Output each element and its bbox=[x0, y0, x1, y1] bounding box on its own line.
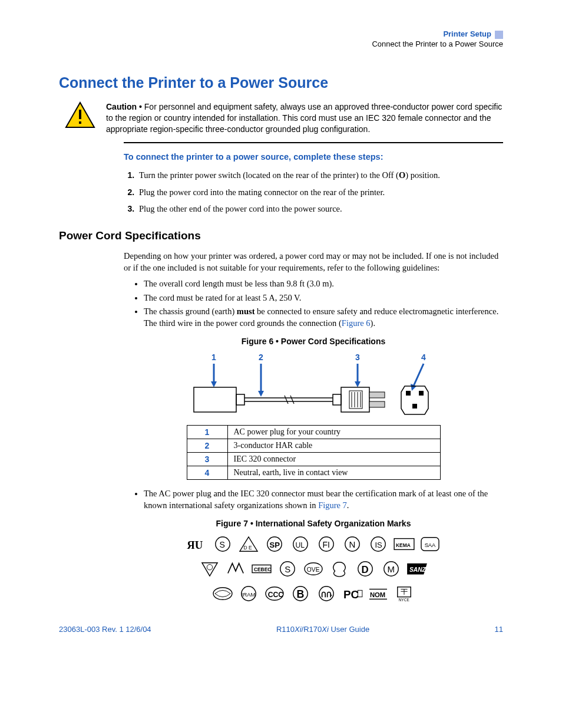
bullet-cord-rating: The cord must be rated for at least 5 A,… bbox=[144, 292, 503, 304]
table-row-num: 1 bbox=[187, 425, 227, 439]
safety-mark-icon: SAA bbox=[419, 535, 441, 553]
callout-4: 4 bbox=[421, 353, 426, 362]
step-3: Plug the other end of the power cord int… bbox=[137, 203, 503, 215]
safety-mark-icon: UL bbox=[289, 535, 312, 553]
svg-text:S: S bbox=[285, 564, 290, 574]
table-row-desc: Neutral, earth, live in contact view bbox=[227, 466, 440, 480]
steps-list: Turn the printer power switch (located o… bbox=[124, 170, 503, 215]
safety-mark-icon: D E bbox=[237, 535, 260, 553]
svg-marker-49 bbox=[202, 562, 217, 576]
caution-text: Caution • For personnel and equipment sa… bbox=[106, 101, 503, 135]
svg-line-9 bbox=[413, 364, 424, 387]
svg-text:CEBEC: CEBEC bbox=[254, 566, 271, 572]
svg-text:SP: SP bbox=[270, 540, 280, 549]
svg-rect-1 bbox=[79, 110, 81, 119]
safety-mark-icon: OVE bbox=[302, 560, 325, 578]
svg-line-15 bbox=[285, 396, 288, 404]
safety-marks-grid: ЯU S D E SP UL FI N IS KEMA SAA CEBEC S … bbox=[124, 534, 503, 604]
svg-marker-8 bbox=[355, 381, 361, 387]
caution-label: Caution • bbox=[106, 102, 144, 111]
svg-text:D E: D E bbox=[244, 545, 252, 551]
power-cord-diagram: 1 2 3 4 bbox=[187, 351, 440, 421]
svg-text:KEMA: KEMA bbox=[396, 542, 411, 548]
svg-text:B: B bbox=[296, 588, 304, 599]
safety-mark-icon bbox=[328, 560, 351, 578]
svg-point-63 bbox=[213, 587, 232, 599]
safety-mark-icon bbox=[211, 585, 234, 602]
safety-mark-icon: S bbox=[211, 535, 234, 553]
footer-page-number: 11 bbox=[495, 625, 503, 635]
safety-mark-icon: D bbox=[354, 560, 376, 578]
table-row-desc: 3-conductor HAR cable bbox=[227, 439, 440, 452]
table-row-num: 3 bbox=[187, 452, 227, 466]
safety-mark-icon: IRAM bbox=[237, 585, 260, 602]
divider bbox=[124, 142, 503, 143]
safety-mark-icon: S bbox=[276, 560, 299, 578]
bullet-ground: The chassis ground (earth) must be conne… bbox=[144, 306, 503, 329]
page-title: Connect the Printer to a Power Source bbox=[59, 73, 503, 93]
bullet-certification: The AC power plug and the IEC 320 connec… bbox=[144, 488, 503, 511]
svg-marker-26 bbox=[401, 386, 428, 414]
svg-rect-25 bbox=[369, 401, 385, 407]
table-row-desc: IEC 320 connector bbox=[227, 452, 440, 466]
safety-mark-icon: CEBEC bbox=[250, 560, 273, 578]
step-2: Plug the power cord into the mating conn… bbox=[137, 187, 503, 198]
svg-line-16 bbox=[290, 396, 294, 404]
callout-2: 2 bbox=[259, 353, 263, 362]
safety-mark-icon: N bbox=[341, 535, 363, 553]
svg-rect-12 bbox=[236, 394, 244, 405]
svg-text:D: D bbox=[361, 564, 368, 575]
svg-text:NOM: NOM bbox=[370, 591, 385, 598]
figure-6-caption: Figure 6 • Power Cord Specifications bbox=[124, 336, 503, 347]
safety-mark-icon: FI bbox=[315, 535, 338, 553]
svg-text:OVE: OVE bbox=[307, 566, 320, 572]
callout-3: 3 bbox=[355, 353, 360, 362]
svg-rect-27 bbox=[406, 391, 411, 396]
svg-rect-24 bbox=[369, 392, 385, 398]
svg-text:FI: FI bbox=[322, 539, 329, 549]
svg-text:N: N bbox=[349, 539, 355, 549]
safety-mark-icon: ՈՌ bbox=[315, 585, 338, 602]
safety-mark-icon: M bbox=[380, 560, 402, 578]
svg-text:SANZ: SANZ bbox=[409, 566, 426, 572]
figure-7-link[interactable]: Figure 7 bbox=[318, 500, 347, 510]
header-marker bbox=[495, 31, 503, 39]
table-row-desc: AC power plug for your country bbox=[227, 425, 440, 439]
figure-6-table: 1AC power plug for your country 23-condu… bbox=[187, 425, 441, 480]
safety-mark-icon: IS bbox=[367, 535, 389, 553]
svg-text:M: M bbox=[387, 564, 395, 574]
safety-mark-icon: CCC bbox=[263, 585, 286, 602]
caution-block: Caution • For personnel and equipment sa… bbox=[65, 101, 503, 135]
safety-mark-icon: KEMA bbox=[393, 535, 415, 553]
table-row-num: 4 bbox=[187, 466, 227, 480]
steps-heading: To connect the printer to a power source… bbox=[124, 151, 503, 163]
footer-guide-name: R110Xi/R170Xi User Guide bbox=[276, 625, 369, 635]
callout-1: 1 bbox=[211, 353, 216, 362]
svg-rect-11 bbox=[194, 387, 236, 412]
safety-mark-icon: SANZ bbox=[406, 560, 428, 578]
svg-text:ЯU: ЯU bbox=[187, 538, 204, 551]
caution-triangle-icon bbox=[65, 101, 95, 129]
safety-mark-icon: SP bbox=[263, 535, 286, 553]
safety-mark-icon bbox=[199, 560, 221, 578]
svg-rect-29 bbox=[412, 404, 417, 409]
header-section: Connect the Printer to a Power Source bbox=[372, 39, 503, 48]
safety-mark-icon: PC bbox=[341, 585, 363, 602]
safety-mark-icon: NOM bbox=[367, 585, 389, 602]
page-header: Printer Setup Connect the Printer to a P… bbox=[59, 29, 503, 50]
subsection-title: Power Cord Specifications bbox=[59, 229, 503, 243]
safety-mark-icon: NYCE bbox=[393, 585, 415, 602]
svg-text:SAA: SAA bbox=[424, 542, 435, 548]
figure-6-link[interactable]: Figure 6 bbox=[342, 318, 371, 328]
svg-text:CCC: CCC bbox=[268, 590, 284, 598]
bullet-cord-length: The overall cord length must be less tha… bbox=[144, 278, 503, 290]
svg-rect-28 bbox=[419, 391, 424, 396]
figure-7-caption: Figure 7 • International Safety Organiza… bbox=[124, 518, 503, 529]
svg-text:IRAM: IRAM bbox=[242, 591, 256, 597]
spec-bullets: The overall cord length must be less tha… bbox=[124, 278, 503, 329]
safety-mark-icon: B bbox=[289, 585, 312, 602]
safety-mark-icon: ЯU bbox=[186, 535, 208, 553]
svg-point-50 bbox=[207, 564, 213, 569]
svg-rect-17 bbox=[333, 394, 341, 405]
footer-revision: 23063L-003 Rev. 1 12/6/04 bbox=[59, 625, 151, 635]
